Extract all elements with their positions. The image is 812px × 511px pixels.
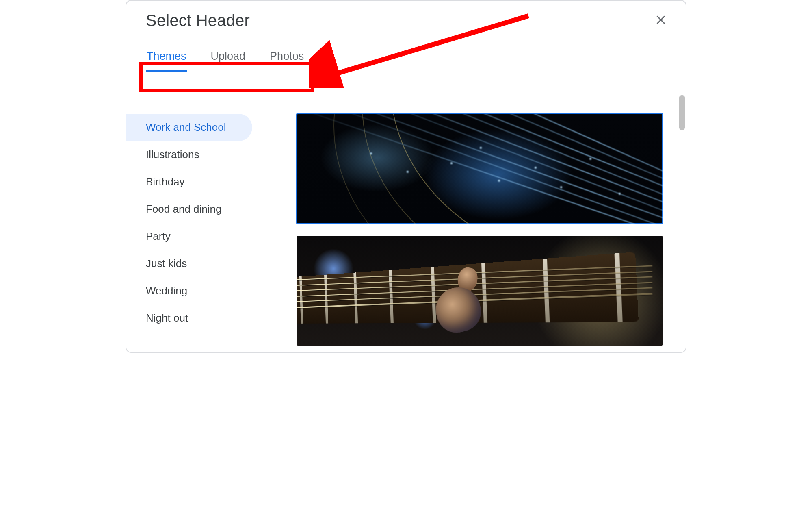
category-night-out[interactable]: Night out	[126, 304, 252, 332]
select-header-dialog: Select Header Themes Upload Photos Work …	[126, 0, 686, 353]
category-work-and-school[interactable]: Work and School	[126, 114, 252, 141]
content-area: Work and School Illustrations Birthday F…	[126, 95, 686, 352]
dialog-title: Select Header	[146, 11, 250, 30]
tab-photos[interactable]: Photos	[269, 48, 305, 69]
category-illustrations[interactable]: Illustrations	[126, 141, 252, 168]
close-icon	[655, 14, 667, 27]
category-food-and-dining[interactable]: Food and dining	[126, 196, 252, 223]
tab-themes[interactable]: Themes	[146, 48, 187, 69]
theme-thumbnail[interactable]	[297, 236, 663, 346]
close-button[interactable]	[652, 11, 669, 30]
scrollbar[interactable]	[679, 95, 685, 130]
category-wedding[interactable]: Wedding	[126, 277, 252, 304]
category-birthday[interactable]: Birthday	[126, 168, 252, 196]
category-party[interactable]: Party	[126, 223, 252, 250]
dialog-header: Select Header	[126, 1, 686, 30]
theme-gallery	[273, 95, 686, 352]
theme-thumbnail[interactable]	[297, 114, 663, 224]
tab-bar: Themes Upload Photos	[126, 48, 686, 69]
category-just-kids[interactable]: Just kids	[126, 250, 252, 277]
tab-upload[interactable]: Upload	[210, 48, 247, 69]
category-sidebar: Work and School Illustrations Birthday F…	[126, 95, 273, 352]
